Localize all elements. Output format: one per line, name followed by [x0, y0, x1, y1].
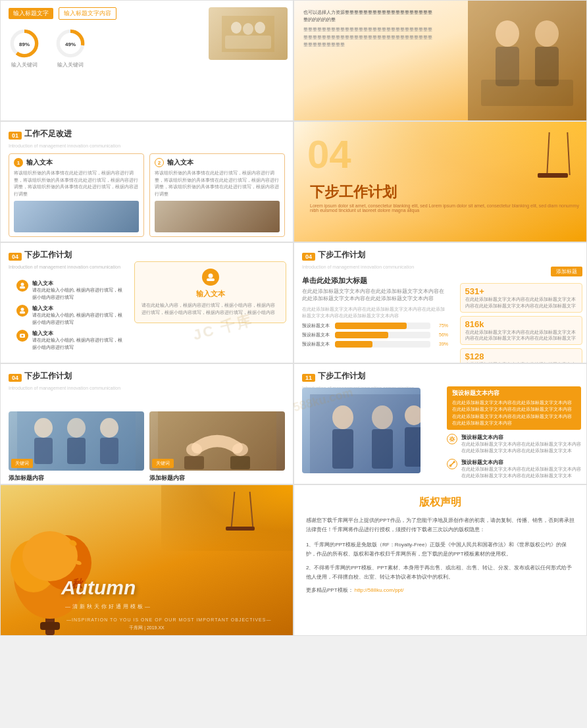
slide5-rp-text: 请在此处输入内容，根据内容进行填写，根据小组内容，根据内容进行填写，根据小组内容…	[141, 302, 279, 316]
slide3-card-2: 2 输入文本 将该组织所做的具体事情在此处进行填写，根据内容进行调整，将该组织所…	[149, 153, 285, 237]
copyright-more: 更多精品PPT模板： http://588ku.com/ppt/	[306, 586, 574, 595]
slide6-desc: 在此处添加标题文字文本内容在此处添加标题文字文本内容在此处添加标题文字文本内容在…	[302, 288, 448, 303]
svg-point-12	[496, 20, 519, 47]
slide5-rp-title: 输入文本	[141, 289, 279, 299]
bar3-label: 预设标题文本	[302, 341, 332, 348]
item1-text: 输入文本 请在此处输入小组的, 根据内容进行填写，根据小组内容进行填写	[32, 280, 125, 301]
stat1-desc: 在此处添加标题文字文本内容在此处添加标题文字文本内容在此处添加标题文字文本内容在…	[465, 296, 577, 309]
business-people-icon	[468, 1, 586, 121]
svg-rect-42	[372, 429, 393, 469]
svg-rect-32	[100, 438, 118, 464]
card1-title: 输入文本	[26, 158, 53, 167]
swing9-rope-l	[231, 492, 236, 528]
copyright-link[interactable]: http://588ku.com/ppt/	[355, 587, 404, 593]
svg-rect-28	[34, 438, 53, 464]
stat3-num: $128	[465, 351, 577, 361]
slide6-right: 添加标题 531+ 在此处添加标题文字文本内容在此处添加标题文字文本内容在此处添…	[460, 267, 582, 363]
slide5-title: 下步工作计划	[24, 249, 72, 261]
slide9-author: 千库网 | 2019.XX	[129, 625, 165, 631]
slide-10: 版权声明 感谢您下载千库网平台上提供的PPT作品，为了您能干净地及原创作者的初衷…	[294, 484, 587, 636]
slide3-en: Introduction of management innovation co…	[9, 143, 285, 149]
slide7-photo2-title: 添加标题内容	[149, 474, 185, 482]
slide9-decoration: —清新秋天你好通用模板—	[65, 603, 152, 610]
slide6-left: 单击此处添加大标题 在此处添加标题文字文本内容在此处添加标题文字文本内容在此处添…	[302, 276, 448, 350]
tag-orange-1: 输入标题文字	[9, 8, 53, 19]
swing9-seat	[226, 527, 255, 531]
slide-7: 04 下步工作计划 Introduction of management inn…	[0, 363, 294, 484]
svg-point-45	[451, 438, 453, 440]
card2-img	[155, 201, 280, 232]
slide5-num: 04	[9, 253, 22, 261]
svg-point-22	[22, 335, 24, 337]
svg-rect-18	[20, 286, 25, 289]
slide7-photo1-title: 添加标题内容	[9, 474, 44, 482]
slide8-section-1: 预设标题文本内容 在此处添加标题文字文本内容在此处添加标题文字文本内容在此处添加…	[447, 434, 581, 455]
slide1-circles: 89% 输入关键词 49% 输入关键词	[9, 28, 86, 68]
svg-point-8	[243, 23, 253, 35]
circle-2: 49% 输入关键词	[55, 28, 86, 68]
slide8-right-content: 预设标题文本内容 在此处添加标题文字文本内容在此处添加标题文字文本内容在此处添加…	[447, 386, 581, 480]
slide7-photo-2: 关键词 添加标题内容 请在此处输入内容，根据内容进行填写，请在此处输入内容，根据…	[149, 411, 285, 484]
slide3-title: 工作不足改进	[24, 128, 72, 140]
svg-rect-10	[225, 36, 271, 49]
slide6-bar-2: 预设标题文本 56%	[302, 332, 448, 338]
card1-text: 将该组织所做的具体事情在此处进行填写，根据内容进行调整，将该组织所做的具体事情在…	[14, 170, 139, 197]
donut-chart-2: 49%	[55, 28, 86, 59]
slide8-section-2: 预设标题文本内容 在此处添加标题文字文本内容在此处添加标题文字文本内容在此处添加…	[447, 459, 581, 480]
slide3-card-1: 1 输入文本 将该组织所做的具体事情在此处进行填写，根据内容进行调整，将该组织所…	[9, 153, 144, 237]
swing-rope-l	[546, 132, 549, 175]
slide5-item-1: 输入文本 请在此处输入小组的, 根据内容进行填写，根据小组内容进行填写	[16, 280, 125, 301]
slide4-big-num: 04	[307, 135, 351, 174]
bar2-fill	[335, 332, 388, 338]
svg-point-7	[231, 22, 242, 34]
slide5-rp-icon	[202, 269, 219, 286]
copyright-intro: 感谢您下载千库网平台上提供的PPT作品，为了您能干净地及原创作者的初衷，请勿复制…	[306, 516, 574, 535]
copyright-title: 版权声明	[419, 496, 461, 507]
slide6-num: 04	[302, 253, 315, 261]
slide7-keyword-2: 关键词	[152, 459, 174, 468]
slide4-swing	[530, 132, 576, 211]
bar3-fill	[335, 341, 372, 348]
slide6-add-tag[interactable]: 添加标题	[551, 267, 582, 276]
bar1-bg	[335, 323, 430, 329]
slide2-business-img	[468, 1, 586, 121]
slide-9: 秋 Autumn —清新秋天你好通用模板— —INSPIRATION TO YO…	[0, 484, 294, 636]
swing-rope-r	[567, 132, 570, 175]
slide7-en: Introduction of management innovation co…	[9, 386, 285, 392]
section1-text: 预设标题文本内容 在此处添加标题文字文本内容在此处添加标题文字文本内容在此处添加…	[461, 434, 581, 455]
slide8-left-img	[302, 388, 421, 473]
bar1-pct: 75%	[434, 323, 448, 328]
circle-1-label: 输入关键词	[11, 61, 38, 68]
slide7-num: 04	[9, 374, 22, 382]
slide5-right-panel: 输入文本 请在此处输入内容，根据内容进行填写，根据小组内容，根据内容进行填写，根…	[134, 261, 286, 323]
slide8-num: 11	[302, 374, 315, 382]
slide5-item-2: 输入文本 请在此处输入小组的, 根据内容进行填写，根据小组内容进行填写	[16, 305, 125, 326]
svg-rect-38	[310, 394, 421, 473]
slide7-keyword-1: 关键词	[11, 459, 33, 468]
slide5-icon-items: 输入文本 请在此处输入小组的, 根据内容进行填写，根据小组内容进行填写 输入文本…	[9, 273, 133, 357]
svg-rect-20	[20, 311, 25, 314]
swing9-rope-r	[249, 492, 254, 528]
item2-icon	[16, 305, 28, 317]
svg-rect-37	[230, 456, 250, 469]
svg-point-41	[372, 405, 393, 429]
stat2-desc: 在此处添加标题文字文本内容在此处添加标题文字文本内容在此处添加标题文字文本内容在…	[465, 329, 577, 342]
slide3-card1-header: 1 输入文本	[14, 158, 139, 167]
slide9-subtitle-en: —INSPIRATION TO YOU IS ONE OF OUR MOST I…	[66, 617, 271, 622]
card2-text: 将该组织所做的具体事情在此处进行填写，根据内容进行调整，将该组织所做的具体事情在…	[155, 170, 280, 197]
slide-6: 04 下步工作计划 Introduction of management inn…	[294, 242, 587, 363]
slide-8: 11 下步工作计划 Introduction of management inn…	[294, 363, 587, 484]
svg-point-14	[535, 20, 559, 47]
bar3-bg	[335, 341, 430, 348]
slide3-num: 01	[9, 132, 22, 140]
slide1-header: 输入标题文字 输入标题文字内容	[9, 7, 116, 20]
slide7-photos: 关键词 添加标题内容 请在此处输入内容，根据内容进行填写，请在此处输入内容，根据…	[9, 411, 285, 484]
svg-point-53	[22, 531, 78, 581]
stat2-num: 816k	[465, 319, 577, 329]
slide7-header: 04 下步工作计划	[9, 371, 285, 382]
svg-point-19	[21, 308, 24, 311]
item3-icon	[16, 330, 28, 342]
slide4-sub: Lorem ipsum dolor sit amet, consectetur …	[310, 203, 586, 213]
slide6-title: 下步工作计划	[318, 249, 365, 261]
slide7-photo-1: 关键词 添加标题内容 请在此处输入内容，根据内容进行填写，请在此处输入内容，根据…	[9, 411, 144, 484]
